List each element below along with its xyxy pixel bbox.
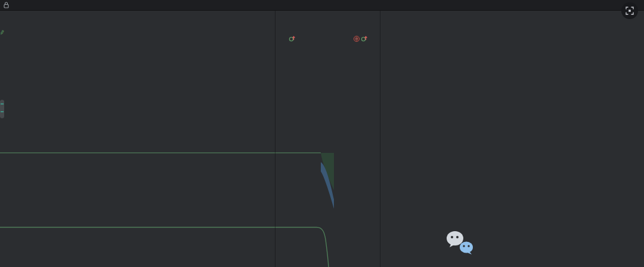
change-marker-scrollbar[interactable] [0,100,4,118]
expand-button[interactable] [621,2,638,19]
left-code-panel[interactable] [0,0,275,267]
titlebar [0,0,644,11]
right-gutter-divider [380,10,380,267]
annotated-method-icon[interactable]: @ [353,33,360,41]
overriding-method-icon[interactable] [361,33,368,41]
expand-icon [626,7,634,15]
svg-text:@: @ [355,36,358,41]
left-line-number-gutter [275,0,321,267]
diff-viewer-window: @ ✎ [0,0,644,267]
overriding-method-icon[interactable] [289,33,296,41]
left-gutter-divider [275,10,275,267]
lock-icon [4,2,9,8]
right-code-panel[interactable] [382,0,644,267]
